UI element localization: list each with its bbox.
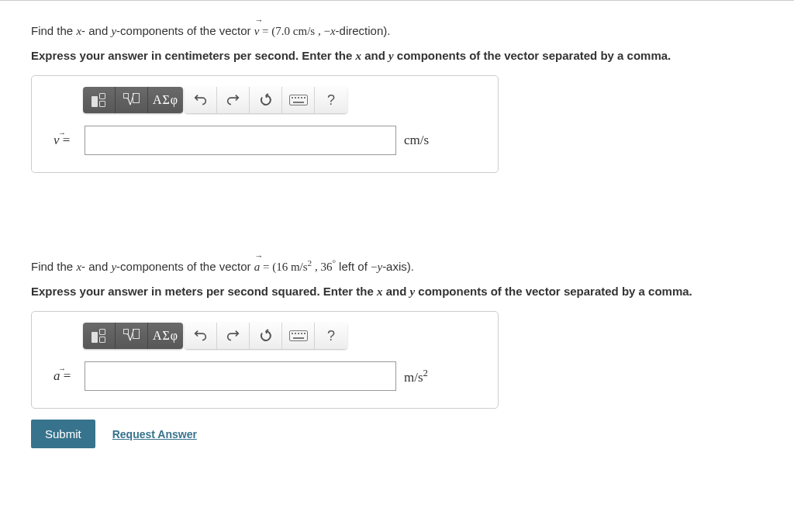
undo-button[interactable] — [185, 87, 217, 113]
reset-button[interactable] — [250, 323, 282, 349]
reset-icon — [259, 93, 273, 107]
redo-icon — [226, 330, 240, 342]
question-b-instruction: Express your answer in meters per second… — [31, 283, 763, 300]
templates-button[interactable] — [83, 323, 116, 349]
answer-input-b[interactable] — [85, 361, 396, 391]
radical-button[interactable]: √ — [116, 323, 148, 349]
keyboard-icon — [289, 95, 308, 105]
keyboard-icon — [289, 330, 308, 341]
toolbar-a: √ ΑΣφ ? — [83, 87, 476, 113]
greek-button[interactable]: ΑΣφ — [148, 323, 183, 349]
radical-icon: √ — [123, 328, 140, 344]
greek-icon: ΑΣφ — [153, 93, 178, 107]
redo-button[interactable] — [217, 323, 250, 349]
answer-box-b: √ ΑΣφ ? a→ = — [31, 311, 499, 409]
unit-label-a: cm/s — [404, 133, 429, 148]
undo-button[interactable] — [185, 323, 217, 349]
question-b-prompt: Find the x- and y-components of the vect… — [31, 257, 763, 275]
answer-box-a: √ ΑΣφ ? v→ = — [31, 75, 499, 173]
keyboard-button[interactable] — [282, 87, 315, 113]
templates-button[interactable] — [83, 87, 116, 113]
actions-row: Submit Request Answer — [31, 420, 763, 448]
radical-button[interactable]: √ — [116, 87, 148, 113]
template-icon — [91, 93, 107, 107]
variable-label-a: v→ = — [54, 133, 77, 148]
submit-button[interactable]: Submit — [31, 420, 95, 448]
redo-icon — [226, 94, 240, 106]
answer-input-a[interactable] — [85, 126, 396, 155]
help-button[interactable]: ? — [315, 323, 347, 349]
question-a-prompt: Find the x- and y-components of the vect… — [31, 22, 763, 40]
help-icon: ? — [327, 92, 335, 109]
undo-icon — [194, 330, 208, 342]
variable-label-b: a→ = — [54, 368, 77, 384]
toolbar-b: √ ΑΣφ ? — [83, 323, 476, 349]
request-answer-link[interactable]: Request Answer — [112, 428, 197, 440]
template-icon — [91, 329, 107, 343]
unit-label-b: m/s2 — [404, 368, 428, 385]
redo-button[interactable] — [217, 87, 250, 113]
question-a-instruction: Express your answer in centimeters per s… — [31, 47, 763, 64]
greek-button[interactable]: ΑΣφ — [148, 87, 183, 113]
reset-button[interactable] — [250, 87, 282, 113]
help-button[interactable]: ? — [315, 87, 347, 113]
reset-icon — [259, 329, 273, 343]
undo-icon — [194, 94, 208, 106]
help-icon: ? — [327, 328, 335, 344]
radical-icon: √ — [123, 92, 140, 109]
greek-icon: ΑΣφ — [153, 329, 178, 343]
keyboard-button[interactable] — [282, 323, 315, 349]
